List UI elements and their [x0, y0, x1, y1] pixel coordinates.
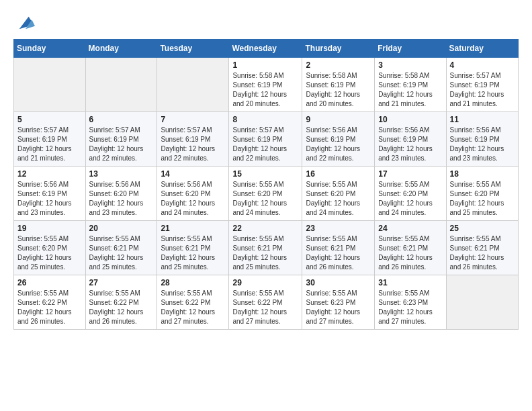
day-info: Sunrise: 5:55 AM Sunset: 6:20 PM Dayligh… — [306, 180, 371, 218]
calendar-cell: 20Sunrise: 5:55 AM Sunset: 6:21 PM Dayli… — [85, 221, 157, 275]
day-number: 9 — [306, 115, 371, 124]
day-number: 20 — [89, 224, 154, 233]
day-number: 6 — [89, 115, 154, 124]
day-number: 7 — [161, 115, 225, 124]
day-number: 29 — [232, 278, 298, 287]
day-info: Sunrise: 5:55 AM Sunset: 6:20 PM Dayligh… — [450, 180, 515, 218]
calendar-cell: 11Sunrise: 5:56 AM Sunset: 6:19 PM Dayli… — [446, 112, 518, 167]
day-number: 8 — [232, 115, 298, 124]
day-info: Sunrise: 5:55 AM Sunset: 6:22 PM Dayligh… — [89, 289, 154, 326]
calendar-cell: 7Sunrise: 5:57 AM Sunset: 6:19 PM Daylig… — [157, 112, 229, 167]
calendar-cell: 30Sunrise: 5:55 AM Sunset: 6:23 PM Dayli… — [302, 275, 375, 330]
calendar-cell: 2Sunrise: 5:58 AM Sunset: 6:19 PM Daylig… — [302, 58, 375, 112]
day-info: Sunrise: 5:57 AM Sunset: 6:19 PM Dayligh… — [450, 71, 515, 109]
day-info: Sunrise: 5:57 AM Sunset: 6:19 PM Dayligh… — [17, 126, 82, 163]
calendar-cell — [14, 58, 86, 112]
calendar-cell: 5Sunrise: 5:57 AM Sunset: 6:19 PM Daylig… — [14, 112, 86, 167]
day-number: 24 — [378, 224, 442, 233]
day-number: 30 — [306, 278, 371, 287]
day-info: Sunrise: 5:57 AM Sunset: 6:19 PM Dayligh… — [161, 126, 225, 163]
day-number: 17 — [378, 169, 442, 179]
day-number: 12 — [17, 169, 82, 179]
day-number: 25 — [450, 224, 515, 233]
weekday-header: Saturday — [446, 40, 518, 58]
day-number: 5 — [17, 115, 82, 124]
calendar-cell: 29Sunrise: 5:55 AM Sunset: 6:22 PM Dayli… — [229, 275, 302, 330]
day-info: Sunrise: 5:55 AM Sunset: 6:22 PM Dayligh… — [17, 289, 82, 326]
calendar-cell: 15Sunrise: 5:55 AM Sunset: 6:20 PM Dayli… — [229, 167, 302, 221]
day-info: Sunrise: 5:56 AM Sunset: 6:19 PM Dayligh… — [17, 180, 82, 218]
day-info: Sunrise: 5:55 AM Sunset: 6:21 PM Dayligh… — [378, 234, 442, 272]
day-info: Sunrise: 5:55 AM Sunset: 6:20 PM Dayligh… — [378, 180, 442, 218]
day-info: Sunrise: 5:55 AM Sunset: 6:22 PM Dayligh… — [161, 289, 225, 326]
logo — [13, 13, 35, 32]
calendar-week-row: 19Sunrise: 5:55 AM Sunset: 6:20 PM Dayli… — [14, 221, 519, 275]
day-info: Sunrise: 5:58 AM Sunset: 6:19 PM Dayligh… — [378, 71, 442, 109]
calendar-cell: 22Sunrise: 5:55 AM Sunset: 6:21 PM Dayli… — [229, 221, 302, 275]
weekday-header: Monday — [85, 40, 157, 58]
calendar-cell: 12Sunrise: 5:56 AM Sunset: 6:19 PM Dayli… — [14, 167, 86, 221]
weekday-header: Wednesday — [229, 40, 302, 58]
day-info: Sunrise: 5:58 AM Sunset: 6:19 PM Dayligh… — [232, 71, 298, 109]
calendar-cell: 10Sunrise: 5:56 AM Sunset: 6:19 PM Dayli… — [375, 112, 446, 167]
day-info: Sunrise: 5:55 AM Sunset: 6:20 PM Dayligh… — [232, 180, 298, 218]
calendar-cell: 21Sunrise: 5:55 AM Sunset: 6:21 PM Dayli… — [157, 221, 229, 275]
day-number: 23 — [306, 224, 371, 233]
day-number: 14 — [161, 169, 225, 179]
calendar-cell: 9Sunrise: 5:56 AM Sunset: 6:19 PM Daylig… — [302, 112, 375, 167]
calendar-cell: 14Sunrise: 5:56 AM Sunset: 6:20 PM Dayli… — [157, 167, 229, 221]
day-number: 15 — [232, 169, 298, 179]
calendar-cell: 8Sunrise: 5:57 AM Sunset: 6:19 PM Daylig… — [229, 112, 302, 167]
day-info: Sunrise: 5:56 AM Sunset: 6:19 PM Dayligh… — [450, 126, 515, 163]
calendar-cell — [85, 58, 157, 112]
calendar-cell: 26Sunrise: 5:55 AM Sunset: 6:22 PM Dayli… — [14, 275, 86, 330]
calendar-cell: 19Sunrise: 5:55 AM Sunset: 6:20 PM Dayli… — [14, 221, 86, 275]
day-number: 22 — [232, 224, 298, 233]
day-number: 4 — [450, 60, 515, 70]
calendar-cell: 31Sunrise: 5:55 AM Sunset: 6:23 PM Dayli… — [375, 275, 446, 330]
day-info: Sunrise: 5:55 AM Sunset: 6:21 PM Dayligh… — [450, 234, 515, 272]
day-info: Sunrise: 5:55 AM Sunset: 6:20 PM Dayligh… — [17, 234, 82, 272]
weekday-header: Friday — [375, 40, 446, 58]
day-info: Sunrise: 5:55 AM Sunset: 6:23 PM Dayligh… — [378, 289, 442, 326]
calendar-cell: 6Sunrise: 5:57 AM Sunset: 6:19 PM Daylig… — [85, 112, 157, 167]
day-info: Sunrise: 5:55 AM Sunset: 6:22 PM Dayligh… — [232, 289, 298, 326]
day-number: 1 — [232, 60, 298, 70]
calendar-cell: 13Sunrise: 5:56 AM Sunset: 6:20 PM Dayli… — [85, 167, 157, 221]
day-number: 18 — [450, 169, 515, 179]
weekday-header: Tuesday — [157, 40, 229, 58]
calendar-cell — [157, 58, 229, 112]
day-number: 26 — [17, 278, 82, 287]
day-number: 21 — [161, 224, 225, 233]
calendar-cell: 23Sunrise: 5:55 AM Sunset: 6:21 PM Dayli… — [302, 221, 375, 275]
calendar-week-row: 12Sunrise: 5:56 AM Sunset: 6:19 PM Dayli… — [14, 167, 519, 221]
calendar-cell: 16Sunrise: 5:55 AM Sunset: 6:20 PM Dayli… — [302, 167, 375, 221]
day-info: Sunrise: 5:57 AM Sunset: 6:19 PM Dayligh… — [89, 126, 154, 163]
day-info: Sunrise: 5:57 AM Sunset: 6:19 PM Dayligh… — [232, 126, 298, 163]
calendar-cell: 24Sunrise: 5:55 AM Sunset: 6:21 PM Dayli… — [375, 221, 446, 275]
calendar-week-row: 26Sunrise: 5:55 AM Sunset: 6:22 PM Dayli… — [14, 275, 519, 330]
day-info: Sunrise: 5:55 AM Sunset: 6:21 PM Dayligh… — [89, 234, 154, 272]
calendar-cell: 28Sunrise: 5:55 AM Sunset: 6:22 PM Dayli… — [157, 275, 229, 330]
calendar-header-row: SundayMondayTuesdayWednesdayThursdayFrid… — [14, 40, 519, 58]
page-header — [13, 13, 519, 32]
calendar: SundayMondayTuesdayWednesdayThursdayFrid… — [13, 39, 519, 330]
calendar-cell: 4Sunrise: 5:57 AM Sunset: 6:19 PM Daylig… — [446, 58, 518, 112]
day-number: 10 — [378, 115, 442, 124]
day-number: 16 — [306, 169, 371, 179]
day-number: 3 — [378, 60, 442, 70]
day-number: 27 — [89, 278, 154, 287]
day-number: 31 — [378, 278, 442, 287]
day-info: Sunrise: 5:55 AM Sunset: 6:21 PM Dayligh… — [232, 234, 298, 272]
day-info: Sunrise: 5:58 AM Sunset: 6:19 PM Dayligh… — [306, 71, 371, 109]
day-info: Sunrise: 5:55 AM Sunset: 6:21 PM Dayligh… — [306, 234, 371, 272]
day-number: 28 — [161, 278, 225, 287]
calendar-cell: 25Sunrise: 5:55 AM Sunset: 6:21 PM Dayli… — [446, 221, 518, 275]
logo-icon — [16, 13, 35, 32]
day-info: Sunrise: 5:56 AM Sunset: 6:19 PM Dayligh… — [306, 126, 371, 163]
day-number: 13 — [89, 169, 154, 179]
day-info: Sunrise: 5:56 AM Sunset: 6:20 PM Dayligh… — [161, 180, 225, 218]
day-number: 19 — [17, 224, 82, 233]
calendar-cell — [446, 275, 518, 330]
calendar-cell: 18Sunrise: 5:55 AM Sunset: 6:20 PM Dayli… — [446, 167, 518, 221]
